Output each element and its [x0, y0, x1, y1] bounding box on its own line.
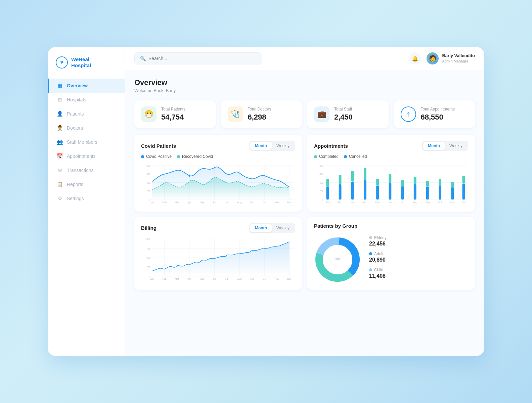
- sidebar-item-patients[interactable]: 👤 Patients: [48, 107, 125, 121]
- svg-text:Nov: Nov: [450, 201, 455, 204]
- sidebar-item-staff[interactable]: 👥 Staff Members: [48, 135, 125, 149]
- transactions-icon: ✉: [57, 167, 63, 173]
- svg-text:Aug: Aug: [413, 201, 417, 204]
- billing-toggle-group: Month Weekly: [249, 223, 295, 233]
- svg-text:Jul: Jul: [225, 278, 229, 280]
- svg-text:20k: 20k: [146, 190, 150, 193]
- staff-label: Total Staff: [334, 107, 382, 111]
- svg-text:Jul: Jul: [225, 201, 229, 204]
- covid-toggle-weekly[interactable]: Weekly: [272, 142, 294, 150]
- patients-group-header: Patients by Group: [314, 223, 468, 229]
- doctors-icon: 👨‍⚕️: [57, 125, 63, 131]
- svg-rect-59: [414, 177, 416, 184]
- covid-chart-card: Covid Patients Month Weekly Covid Positi…: [134, 135, 302, 212]
- svg-text:Dec: Dec: [287, 278, 292, 280]
- settings-icon: ⚙: [57, 195, 63, 202]
- svg-text:0: 0: [149, 198, 150, 201]
- svg-rect-50: [364, 180, 366, 199]
- svg-rect-66: [462, 184, 465, 199]
- legend-label-cancelled: Cancelled: [349, 154, 367, 159]
- search-input[interactable]: [148, 56, 256, 61]
- donut-item-child: Child 11,408: [369, 268, 468, 279]
- sidebar-item-hospitals[interactable]: ⊞ Hospitals: [48, 93, 125, 107]
- covid-chart-title: Covid Patients: [141, 143, 176, 149]
- sidebar-label-appointments: Appointments: [67, 153, 96, 159]
- legend-dot-teal: [177, 155, 180, 158]
- svg-rect-51: [364, 168, 366, 180]
- svg-rect-54: [389, 183, 391, 199]
- appointments-chart-card: Appointments Month Weekly Completed: [307, 135, 475, 212]
- legend-dot-blue: [141, 155, 144, 158]
- legend-completed: Completed: [314, 154, 339, 159]
- stat-card-patients: 😷 Total Patients 54,754: [134, 100, 216, 128]
- sidebar-item-reports[interactable]: 📋 Reports: [48, 177, 125, 191]
- main-content: 🔍 🔔 🧑 Barly Vallendito Admin Manager Ove…: [125, 47, 484, 356]
- logo-icon: ♥: [56, 56, 68, 69]
- svg-text:Jun: Jun: [213, 278, 217, 280]
- svg-text:Jan: Jan: [326, 201, 330, 204]
- page-subtitle: Welcome Back, Barly.: [134, 88, 475, 93]
- user-name: Barly Vallendito: [442, 53, 475, 59]
- svg-text:Feb: Feb: [163, 201, 167, 204]
- sidebar: ♥ WeHealHospital ▦ Overview ⊞ Hospitals …: [48, 47, 125, 356]
- billing-toggle-weekly[interactable]: Weekly: [272, 224, 294, 232]
- billing-toggle-month[interactable]: Month: [250, 224, 272, 232]
- svg-rect-61: [426, 181, 429, 187]
- donut-dot-adult: [369, 252, 372, 255]
- sidebar-label-staff: Staff Members: [67, 139, 97, 145]
- page-title: Overview: [134, 78, 475, 87]
- appointments-toggle-weekly[interactable]: Weekly: [445, 142, 467, 150]
- sidebar-item-overview[interactable]: ▦ Overview: [48, 79, 125, 93]
- donut-item-adult: Adult 20,890: [369, 252, 468, 263]
- sidebar-label-settings: Settings: [67, 196, 84, 201]
- svg-rect-47: [339, 175, 342, 184]
- svg-text:Nov: Nov: [275, 201, 279, 204]
- svg-text:Apr: Apr: [187, 278, 191, 280]
- legend-covid-positive: Covid Positive: [141, 154, 172, 159]
- sidebar-item-transactions[interactable]: ✉ Transactions: [48, 163, 125, 177]
- elderly-label: Elderly: [374, 235, 387, 240]
- search-box[interactable]: 🔍: [134, 52, 262, 64]
- sidebar-item-appointments[interactable]: 📅 Appointments: [48, 149, 125, 163]
- hospitals-icon: ⊞: [57, 97, 63, 103]
- svg-text:Nov: Nov: [275, 278, 279, 280]
- patients-stat-icon: 😷: [141, 106, 157, 122]
- sidebar-item-doctors[interactable]: 👨‍⚕️ Doctors: [48, 121, 125, 135]
- svg-rect-55: [389, 174, 391, 183]
- user-area[interactable]: 🧑 Barly Vallendito Admin Manager: [427, 52, 475, 64]
- billing-chart-svg: 100k 75k 50k 25k 0: [141, 236, 295, 282]
- user-role: Admin Manager: [442, 59, 475, 63]
- svg-text:Jan: Jan: [150, 278, 154, 280]
- svg-text:Apr: Apr: [363, 201, 367, 204]
- stat-info-patients: Total Patients 54,754: [161, 107, 209, 122]
- svg-rect-60: [426, 187, 429, 199]
- appointments-toggle-month[interactable]: Month: [423, 142, 445, 150]
- legend-label-recovered: Recovered Covid: [182, 154, 213, 159]
- svg-rect-44: [326, 187, 329, 199]
- svg-text:Aug: Aug: [237, 278, 241, 280]
- svg-text:0: 0: [322, 198, 323, 201]
- patients-value: 54,754: [161, 113, 209, 122]
- svg-rect-49: [351, 171, 354, 182]
- doctors-value: 6,298: [248, 113, 296, 122]
- svg-rect-45: [326, 179, 329, 187]
- svg-text:May: May: [200, 201, 205, 204]
- covid-toggle-month[interactable]: Month: [250, 142, 272, 150]
- svg-text:40k: 40k: [146, 182, 150, 184]
- staff-value: 2,450: [334, 113, 382, 122]
- header-right: 🔔 🧑 Barly Vallendito Admin Manager: [409, 52, 475, 64]
- svg-text:80k: 80k: [146, 165, 150, 167]
- logo-text: WeHealHospital: [71, 56, 91, 69]
- patients-group-card: Patients by Group: [307, 217, 475, 290]
- appointments-chart-svg: 80k 60k 40k 20k 0: [314, 163, 468, 206]
- sidebar-item-settings[interactable]: ⚙ Settings: [48, 191, 125, 206]
- svg-rect-67: [462, 176, 465, 184]
- donut-item-elderly: Elderly 22,456: [369, 235, 468, 247]
- svg-text:Mar: Mar: [175, 201, 179, 204]
- patients-icon: 👤: [57, 111, 63, 117]
- svg-rect-48: [351, 181, 354, 199]
- adult-value: 20,890: [369, 257, 468, 263]
- appointments-stat-icon: ↗: [401, 106, 416, 122]
- notification-button[interactable]: 🔔: [409, 52, 421, 64]
- svg-text:Aug: Aug: [237, 201, 241, 204]
